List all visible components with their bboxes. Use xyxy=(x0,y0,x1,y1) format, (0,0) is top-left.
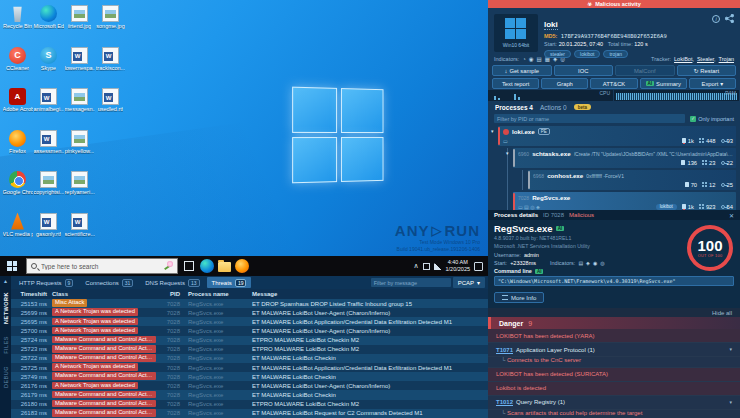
danger-item[interactable]: Lokibot is detected xyxy=(488,382,740,396)
mitre-technique-link[interactable]: T1071 xyxy=(496,347,513,353)
desktop-icon-file[interactable]: iirtend.jpg xyxy=(64,3,95,45)
tab-threats[interactable]: Threats19 xyxy=(207,277,252,288)
table-row[interactable]: 25725 msA Network Trojan was detected702… xyxy=(11,363,488,372)
modules-stat[interactable]: 12 xyxy=(702,182,715,188)
desktop-icon-file[interactable]: trackiscon... xyxy=(95,45,126,87)
side-tab-network[interactable]: NETWORK xyxy=(3,292,9,324)
mitre-technique-link[interactable]: T1012 xyxy=(496,399,513,405)
pcap-button[interactable]: PCAP▾ xyxy=(453,277,485,288)
desktop-icon-file[interactable]: messagesn... xyxy=(64,86,95,128)
side-tab-files[interactable]: FILES xyxy=(3,336,9,354)
ai-badge[interactable]: AI xyxy=(556,226,565,231)
taskbar-search[interactable]: Type here to search xyxy=(26,258,178,274)
files-stat[interactable]: 136 xyxy=(681,160,697,166)
tab-connections[interactable]: Connections31 xyxy=(80,277,138,288)
close-icon[interactable]: ✕ xyxy=(729,212,734,219)
desktop-icon-file[interactable]: lowernespa... xyxy=(64,45,95,87)
files-stat[interactable]: 1k xyxy=(682,138,694,144)
network-icon[interactable] xyxy=(434,263,442,270)
modules-stat[interactable]: 448 xyxy=(699,138,716,144)
chevron-down-icon[interactable]: ▾ xyxy=(729,399,732,405)
desktop-icon-file[interactable]: gasonly.rtf xyxy=(33,211,64,253)
indicator-icon[interactable]: ◈ xyxy=(586,260,590,266)
desktop-icon-edge[interactable]: Microsoft Edge xyxy=(33,3,64,45)
desktop-icon-file[interactable]: scientificre... xyxy=(64,211,95,253)
desktop-icon-skype[interactable]: SSkype xyxy=(33,45,64,87)
more-info-button[interactable]: More Info xyxy=(494,292,544,303)
table-row[interactable]: 25722 msMalware Command and Control Acti… xyxy=(11,354,488,363)
process-row-schtasks[interactable]: ▾ 6960schtasks.exe/Create /TN "Updates\J… xyxy=(513,148,736,168)
desktop-icon-file[interactable]: replyameri... xyxy=(64,169,95,211)
md5-value[interactable]: 17BF29A93776B4F6BE948B02F652E6A9 xyxy=(561,33,667,39)
desktop-icon-file[interactable]: usedled.rtf xyxy=(95,86,126,128)
tag-lokibot[interactable]: lokibot xyxy=(574,50,600,58)
share-icon[interactable] xyxy=(725,14,734,23)
danger-subitem[interactable]: Connects to the CnC server xyxy=(488,357,740,368)
side-tab-debug[interactable]: DEBUG xyxy=(3,366,9,388)
process-row-regsvcs[interactable]: 7028RegSvcs.exe ▭ ▤ ◎ ◈ lokibot 1k 923 5… xyxy=(513,192,736,210)
tab-http-requests[interactable]: HTTP Requests9 xyxy=(14,277,78,288)
collapse-panel-icon[interactable]: ▴ xyxy=(4,277,7,286)
danger-item-technique[interactable]: T1012Query Registry (1) ▾ xyxy=(488,396,740,410)
table-row[interactable]: 25153 msMisc Attack7028RegSvcs.exeET DRO… xyxy=(11,299,488,308)
tab-dns-requests[interactable]: DNS Requests13 xyxy=(140,277,204,288)
file-explorer-icon[interactable] xyxy=(218,262,231,272)
registry-stat[interactable]: 22 xyxy=(721,160,733,166)
indicator-icon[interactable]: ◉ xyxy=(529,56,534,62)
modules-stat[interactable]: 923 xyxy=(699,204,716,210)
table-row[interactable]: 26183 msMalware Command and Control Acti… xyxy=(11,409,488,418)
text-report-button[interactable]: Text report xyxy=(492,78,539,89)
desktop-icon-file[interactable]: copyrightsi... xyxy=(33,169,64,211)
desktop-icon-file[interactable]: animalbegi... xyxy=(33,86,64,128)
process-row-conhost[interactable]: 6968conhost.exe0xffffffff -ForceV1 70 12… xyxy=(528,170,736,190)
tab-processes[interactable]: Processes 4 xyxy=(495,104,533,111)
start-button[interactable] xyxy=(2,256,22,276)
danger-item[interactable]: LOKIBOT has been detected (SURICATA) xyxy=(488,368,740,382)
desktop-icon-chrome[interactable]: Google Chrome xyxy=(2,169,33,211)
export-button[interactable]: Export▾ xyxy=(689,78,736,89)
tray-clock[interactable]: 4:40 AM 1/20/2025 xyxy=(446,259,470,273)
danger-subitem[interactable]: Scans artifacts that could help determin… xyxy=(488,410,740,418)
table-row[interactable]: 25699 msA Network Trojan was detected702… xyxy=(11,308,488,317)
expander-icon[interactable]: ▾ xyxy=(491,128,494,134)
tab-actions[interactable]: Actions 0 xyxy=(540,104,567,111)
chevron-down-icon[interactable]: ▾ xyxy=(729,346,732,352)
only-important-toggle[interactable]: ✓ Only important xyxy=(690,116,734,122)
indicator-icon[interactable]: ▤ xyxy=(537,56,542,62)
tray-chevron-icon[interactable]: ∧ xyxy=(413,262,418,270)
registry-stat[interactable]: 25 xyxy=(721,182,733,188)
get-sample-button[interactable]: ↓Get sample xyxy=(492,65,552,76)
desktop-icon-firefox[interactable]: Firefox xyxy=(2,128,33,170)
files-stat[interactable]: 1k xyxy=(682,204,694,210)
table-row[interactable]: 25723 msMalware Command and Control Acti… xyxy=(11,345,488,354)
attack-button[interactable]: ATT&CK xyxy=(590,78,637,89)
hide-all-link[interactable]: Hide all xyxy=(488,308,740,317)
table-row[interactable]: 25724 msMalware Command and Control Acti… xyxy=(11,336,488,345)
danger-item[interactable]: LOKIBOT has been detected (YARA) xyxy=(488,329,740,343)
modules-stat[interactable]: 23 xyxy=(702,160,715,166)
table-row[interactable]: 25700 msA Network Trojan was detected702… xyxy=(11,326,488,335)
desktop-icon-file[interactable]: songme.jpg xyxy=(95,3,126,45)
task-name[interactable]: loki xyxy=(544,20,558,30)
malconf-button[interactable]: MalConf xyxy=(615,65,675,76)
ioc-button[interactable]: IOC xyxy=(554,65,614,76)
tag-stealer[interactable]: stealer xyxy=(544,50,571,58)
table-row[interactable]: 26176 msA Network Trojan was detected702… xyxy=(11,381,488,390)
graph-button[interactable]: Graph xyxy=(541,78,588,89)
desktop-icon-recycle-bin[interactable]: Recycle Bin xyxy=(2,3,33,45)
danger-item-technique[interactable]: T1071Application Layer Protocol (1) ▾ xyxy=(488,343,740,357)
table-row[interactable]: 25695 msA Network Trojan was detected702… xyxy=(11,317,488,326)
summary-button[interactable]: AISummary xyxy=(640,78,687,89)
taskbar-firefox-icon[interactable] xyxy=(235,259,249,273)
danger-header[interactable]: Danger 9 xyxy=(488,317,740,329)
registry-stat[interactable]: 54 xyxy=(721,204,733,210)
action-center-icon[interactable] xyxy=(474,262,483,271)
desktop-icon-vlc[interactable]: VLC media player xyxy=(2,211,33,253)
desktop-icon-file[interactable]: assessmen... xyxy=(33,128,64,170)
desktop-icon-ccleaner[interactable]: CCCleaner xyxy=(2,45,33,87)
indicator-icon[interactable]: ◔ xyxy=(522,56,525,62)
files-stat[interactable]: 70 xyxy=(685,182,697,188)
tray-icon[interactable] xyxy=(423,263,430,270)
task-view-button[interactable] xyxy=(184,261,194,271)
process-filter-input[interactable]: Filter by PID or name xyxy=(494,114,685,123)
